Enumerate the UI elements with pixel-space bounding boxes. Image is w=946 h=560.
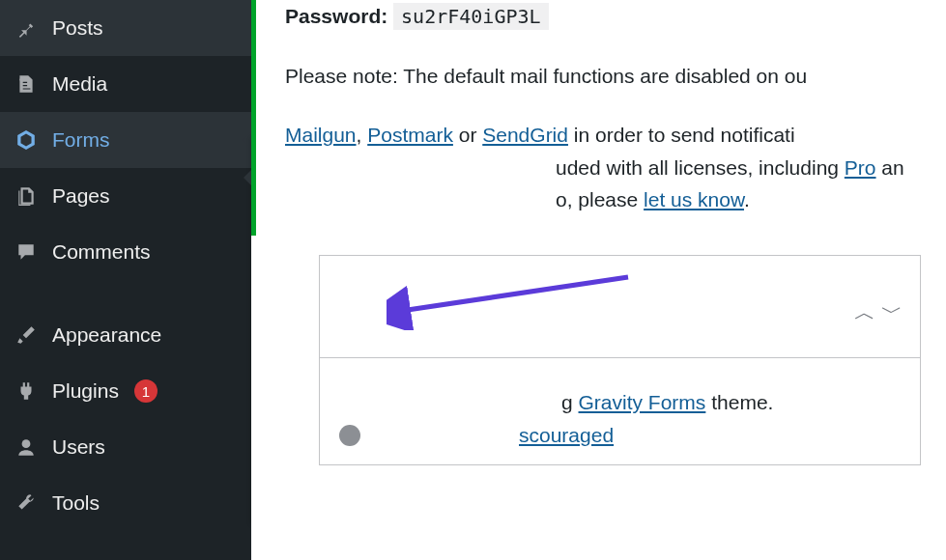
update-badge: 1 bbox=[134, 379, 158, 403]
sidebar-item-users[interactable]: Users bbox=[0, 419, 251, 475]
panel-body: g Gravity Forms theme. scouraged bbox=[320, 358, 920, 464]
media-icon bbox=[14, 71, 39, 97]
user-icon bbox=[14, 434, 39, 460]
notice-text: Mailgun, Postmark or SendGrid in order t… bbox=[285, 119, 946, 152]
link-sendgrid[interactable]: SendGrid bbox=[482, 124, 568, 146]
notice-text: Please note: The default mail functions … bbox=[285, 60, 946, 93]
content-area: Password: su2rF40iGP3L Please note: The … bbox=[251, 0, 946, 560]
sidebar-item-label: Users bbox=[52, 435, 105, 459]
sidebar-item-label: Posts bbox=[52, 16, 103, 40]
brush-icon bbox=[14, 322, 39, 348]
sidebar-item-label: Comments bbox=[52, 240, 151, 264]
sidebar-item-label: Pages bbox=[52, 184, 110, 208]
link-mailgun[interactable]: Mailgun bbox=[285, 124, 357, 146]
wrench-icon bbox=[14, 490, 39, 516]
notice-text: uded with all licenses, including Pro an bbox=[285, 152, 946, 184]
sidebar-item-label: Media bbox=[52, 72, 107, 96]
password-label: Password: bbox=[285, 5, 387, 27]
panel: ︿ ﹀ g Gravity Forms theme. scouraged bbox=[319, 255, 921, 465]
chevron-down-icon: ﹀ bbox=[881, 298, 903, 327]
sidebar-item-label: Tools bbox=[52, 491, 100, 515]
sidebar-item-posts[interactable]: Posts bbox=[0, 0, 251, 56]
sidebar-item-media[interactable]: Media bbox=[0, 56, 251, 112]
admin-notice: Password: su2rF40iGP3L Please note: The … bbox=[251, 0, 946, 236]
chevron-up-icon: ︿ bbox=[854, 298, 875, 327]
password-row: Password: su2rF40iGP3L bbox=[285, 0, 946, 33]
link-pro[interactable]: Pro bbox=[845, 156, 876, 179]
sidebar-spacer bbox=[0, 280, 251, 307]
panel-toggle[interactable]: ︿ ﹀ bbox=[854, 298, 903, 327]
notice-text: o, please let us know. bbox=[285, 183, 946, 216]
sidebar-item-label: Appearance bbox=[52, 323, 161, 347]
svg-point-1 bbox=[22, 439, 31, 448]
plugin-icon bbox=[14, 378, 39, 404]
sidebar-item-appearance[interactable]: Appearance bbox=[0, 307, 251, 363]
admin-sidebar: Posts Media Forms Pages Comments Appeara… bbox=[0, 0, 251, 560]
status-dot-icon bbox=[339, 425, 360, 446]
svg-point-0 bbox=[19, 77, 23, 81]
sidebar-item-tools[interactable]: Tools bbox=[0, 475, 251, 531]
sidebar-item-pages[interactable]: Pages bbox=[0, 168, 251, 224]
thumbtack-icon bbox=[14, 15, 39, 41]
sidebar-item-label: Plugins bbox=[52, 379, 119, 403]
status-line: scouraged bbox=[339, 424, 901, 447]
pages-icon bbox=[14, 183, 39, 209]
panel-header: ︿ ﹀ bbox=[320, 256, 920, 358]
status-link[interactable]: scouraged bbox=[374, 424, 614, 447]
sidebar-item-label: Forms bbox=[52, 128, 110, 152]
link-let-us-know[interactable]: let us know bbox=[644, 188, 744, 210]
sidebar-item-comments[interactable]: Comments bbox=[0, 224, 251, 280]
link-gravity-forms[interactable]: Gravity Forms bbox=[579, 391, 706, 413]
sidebar-item-plugins[interactable]: Plugins 1 bbox=[0, 363, 251, 419]
password-value: su2rF40iGP3L bbox=[393, 3, 549, 30]
comments-icon bbox=[14, 239, 39, 265]
forms-icon bbox=[14, 127, 39, 153]
link-postmark[interactable]: Postmark bbox=[367, 124, 453, 146]
sidebar-item-forms[interactable]: Forms bbox=[0, 112, 251, 168]
